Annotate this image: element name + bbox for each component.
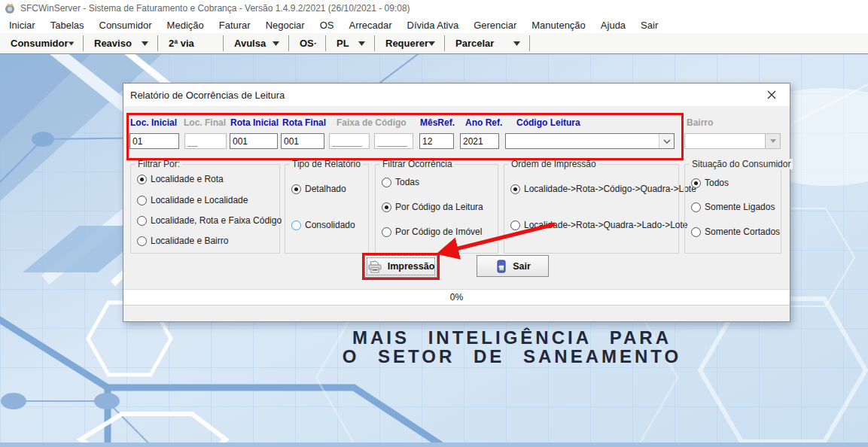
toolbar-parcelar-button[interactable]: Parcelar xyxy=(445,33,529,53)
radio-button-icon xyxy=(691,202,701,212)
sair-button-label: Sair xyxy=(513,261,531,272)
radio-label: Somente Ligados xyxy=(705,202,775,212)
radio-localidade-e-bairro[interactable]: Localidade e Bairro xyxy=(137,236,228,246)
radio-localidade-rota-faixa[interactable]: Localidade, Rota e Faixa Código xyxy=(137,215,282,226)
rota-inicial-input[interactable] xyxy=(230,133,278,149)
bairro-combo-input xyxy=(685,134,765,148)
radio-button-icon xyxy=(137,236,147,246)
radio-somente-cortados[interactable]: Somente Cortados xyxy=(691,227,780,237)
radio-button-icon xyxy=(691,178,701,188)
menu-arrecadar[interactable]: Arrecadar xyxy=(341,20,399,31)
radio-label: Consolidado xyxy=(305,220,355,230)
toolbar-button-label: Avulsa xyxy=(234,38,266,49)
exit-door-icon xyxy=(495,260,507,273)
menu-consumidor[interactable]: Consumidor xyxy=(92,20,160,31)
groupbox-title: Ordem de Impressão xyxy=(509,159,598,169)
toolbar-segunda-via-button[interactable]: 2ª via xyxy=(158,33,223,53)
radio-label: Localidade e Rota xyxy=(151,174,224,184)
radio-label: Localidade e Bairro xyxy=(151,236,228,246)
radio-label: Por Código de Imóvel xyxy=(395,227,482,237)
slogan-line2: O SETOR DE SANEAMENTO xyxy=(331,347,693,366)
loc-final-input xyxy=(184,133,227,149)
rota-final-input[interactable] xyxy=(281,133,324,149)
ano-ref-input[interactable] xyxy=(460,133,499,149)
chevron-down-icon xyxy=(663,139,671,144)
radio-button-icon xyxy=(137,196,147,205)
radio-ordem-codigo-quadra-lote[interactable]: Localidade->Rota->Código->Quadra->Lote xyxy=(510,184,696,194)
radio-button-icon xyxy=(291,184,301,194)
radio-consolidado[interactable]: Consolidado xyxy=(291,220,355,230)
sair-button[interactable]: Sair xyxy=(477,255,549,277)
toolbar: Consumidor Reaviso 2ª via Avulsa OS PL R… xyxy=(0,33,868,54)
radio-todos[interactable]: Todos xyxy=(691,178,729,188)
menu-iniciar[interactable]: Iniciar xyxy=(2,20,43,31)
radio-detalhado[interactable]: Detalhado xyxy=(291,184,346,194)
toolbar-consumidor-button[interactable]: Consumidor xyxy=(0,33,83,53)
impressao-button-label: Impressão xyxy=(388,261,435,272)
toolbar-button-label: Consumidor xyxy=(11,38,69,49)
mes-ref-input[interactable] xyxy=(419,133,454,149)
menu-gerenciar[interactable]: Gerenciar xyxy=(466,20,524,31)
toolbar-button-label: Reaviso xyxy=(94,38,132,49)
radio-todas[interactable]: Todas xyxy=(382,177,419,187)
radio-button-icon xyxy=(382,202,391,212)
dropdown-arrow-icon xyxy=(428,41,435,46)
dropdown-arrow-icon xyxy=(69,41,74,46)
rota-inicial-label: Rota Inicial xyxy=(230,117,279,128)
menu-sair[interactable]: Sair xyxy=(633,20,665,31)
progress-bar: 0% xyxy=(123,289,790,306)
impressao-button[interactable]: Impressão xyxy=(364,255,437,278)
toolbar-avulsa-button[interactable]: Avulsa xyxy=(224,33,288,53)
radio-label: Localidade->Rota->Quadra->Lado->Lote xyxy=(524,220,688,230)
radio-button-icon xyxy=(691,227,701,237)
toolbar-os-button[interactable]: OS xyxy=(289,33,325,53)
dialog-titlebar[interactable]: Relatório de Ocorrências de Leitura xyxy=(123,84,790,106)
dropdown-arrow-icon xyxy=(513,41,520,46)
radio-label: Todos xyxy=(705,178,729,188)
toolbar-pl-button[interactable]: PL xyxy=(326,33,374,53)
menu-bar: Iniciar Tabelas Consumidor Medição Fatur… xyxy=(0,17,868,33)
radio-somente-ligados[interactable]: Somente Ligados xyxy=(691,202,775,212)
dropdown-arrow-icon xyxy=(358,41,365,46)
menu-negociar[interactable]: Negociar xyxy=(258,20,312,31)
window-title: SFCWinServer - Sistema de Faturamento e … xyxy=(20,3,410,14)
menu-manutencao[interactable]: Manutenção xyxy=(524,20,593,31)
menu-medicao[interactable]: Medição xyxy=(160,20,212,31)
dropdown-arrow-icon xyxy=(142,41,148,46)
radio-label: Por Código da Leitura xyxy=(395,202,483,212)
groupbox-tipo-relatorio: Tipo de Relatório Detalhado Consolidado xyxy=(285,164,369,254)
menu-tabelas[interactable]: Tabelas xyxy=(43,20,92,31)
ano-ref-label: Ano Ref. xyxy=(465,117,502,128)
marketing-slogan: MAIS INTELIGÊNCIA PARA O SETOR DE SANEAM… xyxy=(331,328,693,366)
toolbar-button-label: Parcelar xyxy=(455,38,494,49)
radio-localidade-e-localidade[interactable]: Localidade e Localidade xyxy=(137,195,248,205)
progress-value: 0% xyxy=(450,292,463,303)
loc-inicial-input[interactable] xyxy=(129,133,179,149)
menu-os[interactable]: OS xyxy=(312,20,342,31)
groupbox-title: Tipo de Relatório xyxy=(290,159,363,169)
groupbox-title: Filtrar Ocorrência xyxy=(380,159,455,169)
close-button[interactable] xyxy=(760,85,783,105)
menu-faturar[interactable]: Faturar xyxy=(212,20,258,31)
radio-button-icon xyxy=(510,220,520,230)
radio-por-codigo-imovel[interactable]: Por Código de Imóvel xyxy=(382,227,482,237)
menu-ajuda[interactable]: Ajuda xyxy=(593,20,633,31)
codigo-leitura-combo-input[interactable] xyxy=(506,134,659,148)
groupbox-ordem-impressao: Ordem de Impressão Localidade->Rota->Cód… xyxy=(504,164,679,254)
radio-label: Localidade, Rota e Faixa Código xyxy=(151,215,282,226)
codigo-leitura-label: Código Leitura xyxy=(516,117,580,128)
menu-divida-ativa[interactable]: Dívida Ativa xyxy=(400,20,467,31)
radio-por-codigo-leitura[interactable]: Por Código da Leitura xyxy=(382,202,483,212)
radio-label: Localidade e Localidade xyxy=(151,195,248,205)
printer-icon xyxy=(367,260,382,273)
radio-localidade-e-rota[interactable]: Localidade e Rota xyxy=(137,174,224,184)
toolbar-reaviso-button[interactable]: Reaviso xyxy=(84,33,157,53)
toolbar-button-label: 2ª via xyxy=(169,38,194,49)
codigo-leitura-dropdown-button[interactable] xyxy=(659,134,674,148)
toolbar-requerer-button[interactable]: Requerer xyxy=(375,33,444,53)
radio-ordem-quadra-lado-lote[interactable]: Localidade->Rota->Quadra->Lado->Lote xyxy=(510,220,688,230)
radio-button-icon xyxy=(382,227,391,237)
radio-button-icon xyxy=(510,184,520,194)
codigo-leitura-combobox[interactable] xyxy=(505,133,675,149)
faixa-codigo-inicial-input xyxy=(329,133,370,149)
